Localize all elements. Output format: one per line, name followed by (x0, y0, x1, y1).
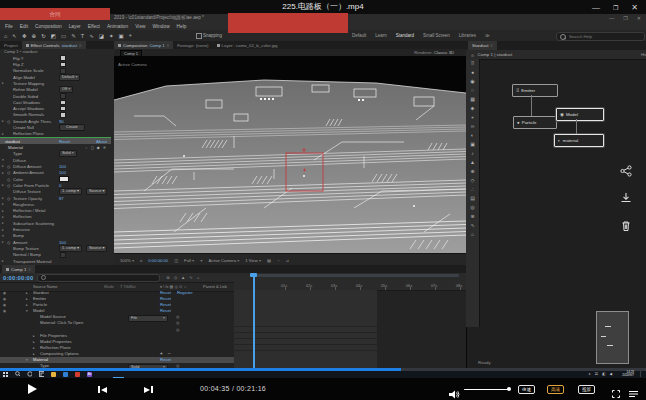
close-icon[interactable]: ✕ (631, 3, 638, 12)
ae-close-icon[interactable]: ✕ (637, 15, 641, 21)
node-emitter[interactable]: ⠿ Emitter (512, 84, 558, 97)
pan-camera-tool-icon[interactable]: ◩ (51, 33, 56, 39)
cast-button[interactable]: 投屏 (578, 385, 595, 394)
composition-viewport[interactable] (114, 56, 466, 253)
timeline-lane[interactable] (234, 333, 377, 339)
workspace-small-screen[interactable]: Small Screen (423, 33, 450, 38)
panel-menu-icon[interactable]: ≡ (490, 43, 493, 48)
ae-maximize-icon[interactable]: ❐ (623, 15, 627, 21)
tab-stardust[interactable]: Stardust ≡ (468, 41, 497, 50)
node-type-icon-17[interactable]: ⊗ (467, 212, 478, 221)
dolly-camera-tool-icon[interactable]: ▭ (61, 33, 66, 39)
play-button[interactable] (28, 384, 37, 394)
node-type-icon-6[interactable]: + (467, 113, 478, 122)
node-type-icon-19[interactable]: ⌂ (467, 230, 478, 239)
property-checkbox[interactable] (60, 55, 66, 61)
taskbar-clock[interactable]: 14:232020/9/7 (622, 371, 634, 379)
workspace-standard[interactable]: Standard (396, 33, 414, 38)
timeline-lane[interactable] (234, 339, 377, 345)
transparency-grid-icon[interactable]: ⊿ (286, 258, 290, 263)
selection-tool-icon[interactable]: ↖ (12, 33, 17, 39)
quality-button[interactable]: 高清 (547, 385, 564, 394)
expand-arrow-icon[interactable]: ▸ (2, 183, 6, 187)
node-type-icon-10[interactable]: ♪ (467, 149, 478, 158)
timeline-lane[interactable] (234, 357, 377, 363)
menu-animation[interactable]: Animation (107, 24, 128, 29)
node-type-icon-1[interactable]: ● (467, 68, 478, 77)
stopwatch-icon[interactable]: ◷ (7, 170, 10, 175)
tab-footage[interactable]: Footage: (none) (173, 41, 212, 49)
expand-arrow-icon[interactable]: ▸ (2, 132, 6, 136)
property-value[interactable]: 100 (59, 240, 66, 245)
taskbar-task-view-icon[interactable] (39, 372, 44, 377)
workspace-default[interactable]: Default (352, 33, 366, 38)
expand-arrow-icon[interactable]: ▸ (2, 164, 6, 168)
maximize-icon[interactable]: ❐ (613, 4, 618, 11)
pixel-aspect-icon[interactable]: ▤ (267, 258, 271, 263)
share-nodes-icon[interactable] (620, 163, 634, 177)
timeline-lane[interactable] (234, 327, 377, 333)
panel-menu-icon[interactable]: ≡ (167, 43, 170, 48)
tab-layer[interactable]: Layer: camo_02_b_color.jpg (213, 41, 282, 49)
ae-minimize-icon[interactable]: — (609, 15, 614, 21)
camera-menu[interactable]: Active Camera ▾ (209, 258, 240, 263)
tray-chevron-icon[interactable]: ∧ (588, 372, 590, 376)
node-type-icon-4[interactable]: ▦ (467, 95, 478, 104)
property-checkbox[interactable] (60, 252, 66, 258)
property-checkbox[interactable] (60, 62, 66, 68)
timeline-option-icon-4[interactable]: ⌂ (197, 275, 200, 280)
fast-previews-icon[interactable]: ◔ (277, 258, 280, 263)
node-model[interactable]: ◉ Model (556, 108, 604, 121)
taskbar-search-icon[interactable] (15, 372, 20, 377)
preview-timecode[interactable]: 0:00:00:00 (148, 258, 168, 263)
workspace-overflow-icon[interactable]: ≫ (485, 33, 490, 38)
expand-arrow-icon[interactable]: ▾ (2, 158, 6, 162)
expand-arrow-icon[interactable]: ▸ (2, 215, 6, 219)
menu-layer[interactable]: Layer (69, 24, 81, 29)
taskbar-app-blue-icon[interactable] (63, 372, 68, 377)
view-layout-menu[interactable]: 1 View ▾ (245, 258, 261, 263)
tray-network-icon[interactable]: ◧ (602, 372, 605, 376)
snapshot-icon[interactable]: ◫ (174, 258, 178, 263)
effect-row[interactable]: stardustResetAbout (0, 137, 111, 144)
tab-timeline-comp1[interactable]: Comp 1 ≡ (2, 265, 35, 273)
menu-view[interactable]: View (135, 24, 145, 29)
home-tool-icon[interactable]: ⌂ (4, 33, 7, 39)
property-checkbox[interactable] (60, 68, 66, 74)
reset-link[interactable]: Reset (59, 139, 70, 144)
timeline-lane[interactable] (234, 308, 377, 314)
timeline-search-box[interactable] (37, 274, 160, 282)
expand-arrow-icon[interactable]: ▸ (2, 81, 6, 85)
workspace-learn[interactable]: Learn (375, 33, 387, 38)
timeline-option-icon-2[interactable]: ▲ (181, 275, 185, 280)
playlist-icon[interactable] (629, 384, 638, 392)
roto-brush-tool-icon[interactable]: ▣ (119, 33, 124, 39)
property-checkbox[interactable] (60, 112, 66, 118)
stopwatch-icon[interactable]: ◷ (7, 119, 10, 124)
help-search-box[interactable]: Search Help (556, 32, 645, 41)
pen-tool-icon[interactable]: ✎ (71, 33, 76, 39)
zoom-tool-icon[interactable]: ⊕ (32, 33, 37, 39)
workspace-libraries[interactable]: Libraries (459, 33, 476, 38)
node-type-icon-14[interactable]: ∴ (467, 185, 478, 194)
previous-button[interactable] (98, 386, 107, 393)
timeline-lane[interactable] (234, 314, 377, 320)
node-type-icon-7[interactable]: ∞ (467, 122, 478, 131)
expand-arrow-icon[interactable]: ▸ (2, 196, 6, 200)
work-area-bar[interactable] (253, 274, 459, 277)
menu-help[interactable]: Help (177, 24, 187, 29)
text-tool-icon[interactable]: T (81, 33, 84, 39)
expand-arrow-icon[interactable]: ▸ (2, 171, 6, 175)
show-desktop-button[interactable] (640, 371, 644, 377)
menu-composition[interactable]: Composition (35, 24, 62, 29)
node-type-icon-18[interactable]: ∿ (467, 221, 478, 230)
node-type-icon-11[interactable]: ▲ (467, 158, 478, 167)
expand-arrow-icon[interactable]: ▸ (2, 240, 6, 244)
next-button[interactable] (144, 386, 153, 393)
property-value[interactable]: 87 (59, 196, 64, 201)
volume-slider[interactable] (464, 389, 510, 391)
timeline-timecode[interactable]: 0:00:00:00 (0, 275, 33, 281)
clone-stamp-tool-icon[interactable]: ◪ (99, 33, 104, 39)
node-type-icon-16[interactable]: ◎ (467, 203, 478, 212)
expand-arrow-icon[interactable]: ▸ (2, 259, 6, 263)
